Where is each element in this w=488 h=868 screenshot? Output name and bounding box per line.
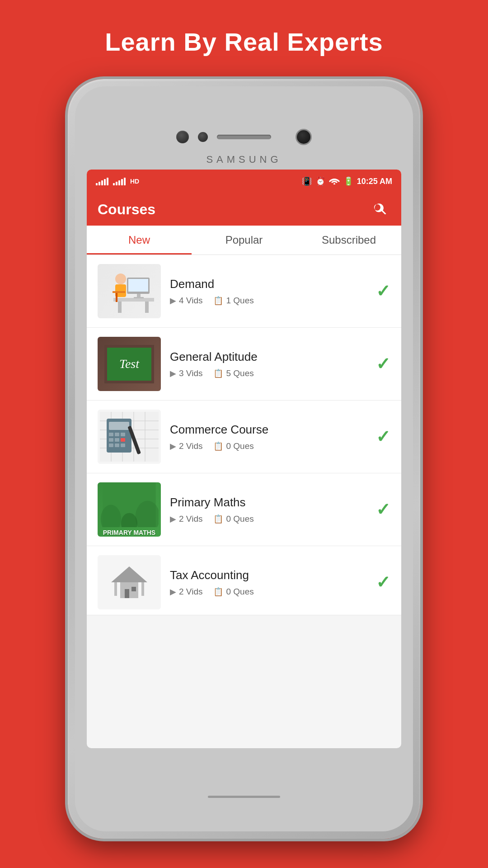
battery-icon: 🔋: [343, 176, 353, 186]
svg-point-8: [115, 274, 126, 284]
svg-rect-11: [116, 293, 117, 302]
tab-subscribed[interactable]: Subscribed: [296, 226, 401, 255]
maths-thumb-label: PRIMARY MATHS: [103, 529, 155, 537]
clock-display: 10:25 AM: [357, 177, 392, 186]
course-info-demand: Demand ▶ 4 Vids 📋 1 Ques: [170, 277, 367, 306]
phone-device: SAMSUNG: [68, 79, 420, 839]
quiz-icon-4: 📋: [213, 514, 223, 524]
search-button[interactable]: [371, 199, 390, 219]
course-thumb-commerce: [98, 410, 161, 464]
subscribed-check-demand: ✓: [376, 281, 390, 301]
course-info-tax: Tax Accounting ▶ 2 Vids 📋 0 Ques: [170, 568, 367, 597]
vids-maths: ▶ 2 Vids: [170, 514, 202, 524]
signal-1: [96, 177, 108, 185]
vibrate-icon: 📳: [302, 176, 312, 186]
hero-title: Learn By Real Experts: [105, 27, 383, 57]
svg-rect-1: [113, 298, 154, 302]
svg-rect-3: [145, 302, 149, 313]
course-item-maths[interactable]: PRIMARY MATHS Primary Maths ▶ 2 Vids 📋 0…: [87, 473, 401, 546]
tab-new[interactable]: New: [87, 226, 192, 255]
svg-rect-25: [121, 433, 125, 436]
app-bar-title: Courses: [98, 201, 155, 218]
svg-rect-23: [109, 433, 113, 436]
quiz-icon-3: 📋: [213, 441, 223, 451]
status-right: 📳 ⏰ 🔋 10:25 AM: [302, 176, 392, 187]
course-name-tax: Tax Accounting: [170, 568, 367, 582]
alarm-icon: ⏰: [315, 176, 325, 186]
phone-shell: SAMSUNG: [68, 79, 420, 839]
course-thumb-aptitude: Test: [98, 337, 161, 391]
svg-rect-5: [128, 279, 148, 292]
quiz-icon: 📋: [213, 296, 223, 306]
camera-dot-right: [198, 132, 208, 142]
wifi-icon: [329, 176, 340, 187]
subscribed-check-aptitude: ✓: [376, 354, 390, 374]
course-meta-demand: ▶ 4 Vids 📋 1 Ques: [170, 296, 367, 306]
course-name-commerce: Commerce Course: [170, 423, 367, 437]
svg-rect-2: [118, 302, 122, 313]
svg-rect-29: [109, 443, 113, 447]
chalkboard: Test: [104, 345, 154, 383]
ques-commerce: 📋 0 Ques: [213, 441, 253, 451]
course-name-aptitude: General Aptitude: [170, 350, 367, 364]
svg-point-0: [333, 183, 335, 184]
ques-maths: 📋 0 Ques: [213, 514, 253, 524]
course-item-tax[interactable]: Tax Accounting ▶ 2 Vids 📋 0 Ques: [87, 546, 401, 615]
status-left: HD: [96, 177, 139, 185]
home-indicator[interactable]: [208, 796, 280, 798]
course-meta-aptitude: ▶ 3 Vids 📋 5 Ques: [170, 368, 367, 378]
svg-rect-42: [114, 582, 117, 596]
vids-demand: ▶ 4 Vids: [170, 296, 202, 306]
volume-up-button[interactable]: [65, 215, 68, 246]
course-meta-maths: ▶ 2 Vids 📋 0 Ques: [170, 514, 367, 524]
svg-rect-43: [141, 582, 144, 596]
svg-rect-31: [121, 443, 125, 447]
ques-demand: 📋 1 Ques: [213, 296, 253, 306]
course-info-maths: Primary Maths ▶ 2 Vids 📋 0 Ques: [170, 495, 367, 524]
course-name-maths: Primary Maths: [170, 495, 367, 509]
vids-aptitude: ▶ 3 Vids: [170, 368, 202, 378]
tab-bar: New Popular Subscribed: [87, 226, 401, 255]
screen: HD 📳 ⏰ 🔋 10:25 AM: [87, 170, 401, 748]
course-thumb-maths: PRIMARY MATHS: [98, 482, 161, 537]
svg-rect-28: [121, 438, 125, 442]
svg-rect-10: [113, 291, 125, 293]
video-icon: ▶: [170, 296, 176, 306]
course-item-aptitude[interactable]: Test General Aptitude ▶ 3 Vids 📋 5 Ques: [87, 328, 401, 401]
video-icon-5: ▶: [170, 587, 176, 597]
course-name-demand: Demand: [170, 277, 367, 291]
power-button[interactable]: [420, 233, 423, 269]
quiz-icon-2: 📋: [213, 368, 223, 378]
svg-rect-30: [115, 443, 119, 447]
svg-rect-22: [109, 422, 129, 430]
signal-2: [113, 177, 126, 185]
ques-aptitude: 📋 5 Ques: [213, 368, 253, 378]
course-item-commerce[interactable]: Commerce Course ▶ 2 Vids 📋 0 Ques: [87, 401, 401, 473]
search-icon: [373, 202, 388, 217]
course-thumb-tax: [98, 555, 161, 609]
speaker-grille: [217, 135, 271, 139]
volume-down-button[interactable]: [65, 255, 68, 287]
subscribed-check-tax: ✓: [376, 572, 390, 592]
course-list: Demand ▶ 4 Vids 📋 1 Ques ✓: [87, 255, 401, 615]
course-info-aptitude: General Aptitude ▶ 3 Vids 📋 5 Ques: [170, 350, 367, 378]
video-icon-2: ▶: [170, 368, 176, 378]
svg-rect-40: [125, 589, 129, 598]
ques-tax: 📋 0 Ques: [213, 587, 253, 597]
tab-popular[interactable]: Popular: [192, 226, 296, 255]
quiz-icon-5: 📋: [213, 587, 223, 597]
svg-rect-7: [134, 297, 144, 298]
subscribed-check-maths: ✓: [376, 500, 390, 519]
app-bar: Courses: [87, 193, 401, 226]
camera-area: [176, 129, 312, 145]
camera-main: [296, 129, 312, 145]
course-item-demand[interactable]: Demand ▶ 4 Vids 📋 1 Ques ✓: [87, 255, 401, 328]
status-bar: HD 📳 ⏰ 🔋 10:25 AM: [87, 170, 401, 193]
course-thumb-demand: [98, 264, 161, 318]
course-meta-commerce: ▶ 2 Vids 📋 0 Ques: [170, 441, 367, 451]
subscribed-check-commerce: ✓: [376, 427, 390, 447]
video-icon-4: ▶: [170, 514, 176, 524]
video-icon-3: ▶: [170, 441, 176, 451]
course-meta-tax: ▶ 2 Vids 📋 0 Ques: [170, 587, 367, 597]
course-info-commerce: Commerce Course ▶ 2 Vids 📋 0 Ques: [170, 423, 367, 451]
